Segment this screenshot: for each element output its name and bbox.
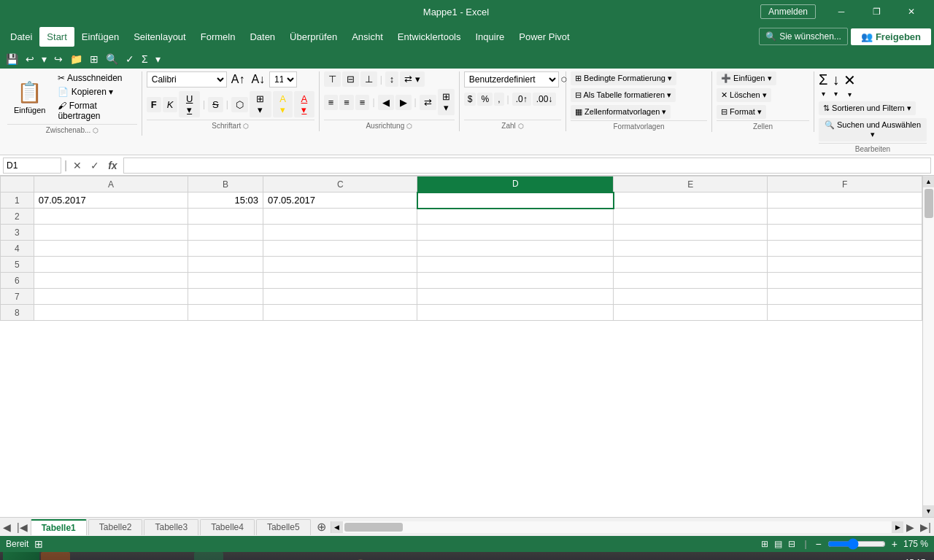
italic-button[interactable]: K — [163, 97, 178, 112]
col-header-a[interactable]: A — [34, 176, 188, 192]
align-bottom-button[interactable]: ⊥ — [360, 71, 377, 87]
autosum-button[interactable]: Σ ▾ — [819, 71, 827, 98]
confirm-formula-button[interactable]: ✓ — [88, 160, 102, 171]
percent-button[interactable]: % — [477, 93, 493, 106]
align-left-button[interactable]: ≡ — [324, 95, 339, 110]
zoom-out-button[interactable]: − — [816, 538, 822, 550]
cell-F6[interactable] — [768, 273, 922, 289]
indent-increase-button[interactable]: ▶ — [395, 95, 412, 110]
undo-dropdown[interactable]: ▾ — [39, 52, 50, 66]
cell-C5[interactable] — [263, 257, 417, 273]
number-format-select[interactable]: Benutzerdefiniert — [464, 71, 559, 88]
taskbar-media-player[interactable]: ▶ — [41, 552, 70, 560]
cell-E2[interactable] — [614, 209, 768, 225]
cell-D8[interactable] — [417, 305, 614, 321]
cut-button[interactable]: ✂ Ausschneiden — [55, 71, 136, 85]
save-qa-button[interactable]: 💾 — [3, 52, 21, 66]
cell-D6[interactable] — [417, 273, 614, 289]
taskbar-excel[interactable]: X — [194, 552, 223, 560]
row-header-1[interactable]: 1 — [1, 192, 34, 209]
row-header-8[interactable]: 8 — [1, 305, 34, 321]
scroll-down-button[interactable]: ▼ — [923, 505, 935, 517]
cell-E5[interactable] — [614, 257, 768, 273]
sort-filter-button[interactable]: ⇅ Sortieren und Filtern ▾ — [819, 101, 916, 115]
hscroll-track[interactable] — [343, 521, 892, 533]
taskbar-security[interactable]: ✕ — [102, 552, 131, 560]
sheet-nav-first-button[interactable]: |◀ — [14, 521, 31, 533]
copy-button[interactable]: 📄 Kopieren ▾ — [55, 85, 136, 98]
cell-D7[interactable] — [417, 289, 614, 305]
anmelden-button[interactable]: Anmelden — [760, 4, 816, 19]
vertical-scrollbar[interactable]: ▲ ▼ — [922, 176, 934, 517]
cell-D3[interactable] — [417, 225, 614, 241]
decrease-decimal-button[interactable]: .00↓ — [533, 93, 557, 106]
taskbar-outlook[interactable]: O — [163, 552, 193, 560]
sheet-nav-prev-button[interactable]: ◀ — [0, 521, 14, 533]
paste-button[interactable]: 📋 Einfügen — [7, 71, 52, 122]
decrease-font-size-button[interactable]: A↓ — [249, 72, 267, 87]
view-normal-button[interactable]: ⊞ — [761, 539, 768, 549]
cell-C8[interactable] — [263, 305, 417, 321]
start-button[interactable]: ⊞ — [3, 552, 39, 560]
sheet-nav-last-button[interactable]: ▶| — [917, 521, 934, 533]
col-header-c[interactable]: C — [263, 176, 417, 192]
view-layout-button[interactable]: ▤ — [774, 539, 782, 549]
cell-C3[interactable] — [263, 225, 417, 241]
cell-C4[interactable] — [263, 241, 417, 257]
cell-A7[interactable] — [34, 289, 188, 305]
row-header-3[interactable]: 3 — [1, 225, 34, 241]
zoom-in-button[interactable]: + — [892, 538, 898, 550]
cell-E7[interactable] — [614, 289, 768, 305]
cell-D5[interactable] — [417, 257, 614, 273]
cell-C7[interactable] — [263, 289, 417, 305]
cell-F4[interactable] — [768, 241, 922, 257]
freigeben-button[interactable]: 👥 Freigeben — [851, 28, 931, 45]
sheet-tab-tabelle1[interactable]: Tabelle1 — [31, 519, 87, 535]
redo-button[interactable]: ↪ — [51, 52, 66, 66]
text-direction-button[interactable]: ↕ — [385, 71, 399, 87]
menu-seitenlayout[interactable]: Seitenlayout — [126, 27, 193, 47]
sheet-tab-tabelle5[interactable]: Tabelle5 — [256, 519, 311, 535]
cell-B4[interactable] — [188, 241, 263, 257]
sheet-nav-next-button[interactable]: ▶ — [903, 521, 917, 533]
insert-function-button[interactable]: fx — [105, 160, 120, 171]
add-sheet-button[interactable]: ⊕ — [312, 520, 331, 534]
sheet-tab-tabelle4[interactable]: Tabelle4 — [200, 519, 255, 535]
cell-C6[interactable] — [263, 273, 417, 289]
delete-cells-button[interactable]: ✕ Löschen ▾ — [717, 88, 771, 102]
font-size-select[interactable]: 11 — [269, 71, 297, 88]
taskbar-onenote[interactable]: N — [317, 552, 346, 560]
cell-A1[interactable]: 07.05.2017 — [34, 192, 188, 209]
align-middle-button[interactable]: ⊟ — [342, 71, 359, 87]
cell-E6[interactable] — [614, 273, 768, 289]
cell-C1[interactable]: 07.05.2017 — [263, 192, 417, 209]
cell-F8[interactable] — [768, 305, 922, 321]
search-field[interactable]: 🔍 Sie wünschen... — [759, 28, 848, 45]
col-header-b[interactable]: B — [188, 176, 263, 192]
cell-C2[interactable] — [263, 209, 417, 225]
new-button[interactable]: ⊞ — [87, 52, 101, 66]
fill-color-button[interactable]: A ▾ — [273, 91, 293, 117]
cell-E1[interactable] — [614, 192, 768, 209]
font-name-select[interactable]: Calibri — [147, 71, 227, 88]
scroll-track[interactable] — [923, 187, 935, 505]
hscroll-left-button[interactable]: ◀ — [331, 521, 343, 533]
menu-ueberpruefen[interactable]: Überprüfen — [282, 27, 344, 47]
menu-daten[interactable]: Daten — [242, 27, 282, 47]
expand-font-button[interactable]: ⬡ — [231, 97, 248, 112]
cell-styles-button[interactable]: ▦ Zellenformatvorlagen ▾ — [571, 105, 671, 119]
format-as-table-button[interactable]: ⊟ Als Tabelle formatieren ▾ — [571, 88, 676, 102]
cell-A8[interactable] — [34, 305, 188, 321]
taskbar-paint[interactable]: 🎨 — [347, 552, 377, 560]
cell-B6[interactable] — [188, 273, 263, 289]
cell-E8[interactable] — [614, 305, 768, 321]
menu-start[interactable]: Start — [39, 27, 74, 47]
cell-B7[interactable] — [188, 289, 263, 305]
currency-button[interactable]: $ — [464, 93, 476, 106]
zoom-slider[interactable] — [827, 538, 886, 550]
find-select-button[interactable]: 🔍 Suchen und Auswählen ▾ — [819, 118, 927, 141]
restore-button[interactable]: ❐ — [860, 0, 893, 23]
cell-D4[interactable] — [417, 241, 614, 257]
strikethrough-button[interactable]: S — [208, 97, 223, 112]
row-header-4[interactable]: 4 — [1, 241, 34, 257]
